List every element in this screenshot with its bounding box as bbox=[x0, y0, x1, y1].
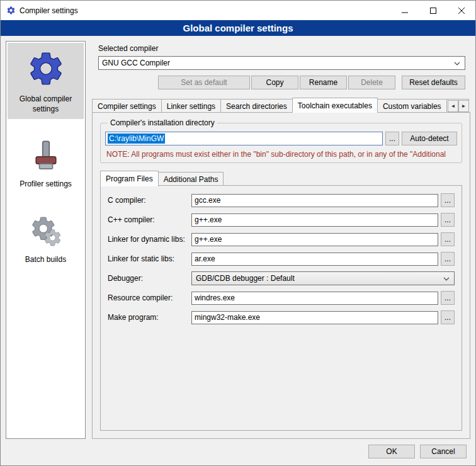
linker-static-browse-button[interactable]: ... bbox=[441, 252, 455, 266]
resource-compiler-label: Resource compiler: bbox=[108, 293, 191, 302]
linker-dynamic-browse-button[interactable]: ... bbox=[441, 232, 455, 246]
program-files-panel: C compiler: ... C++ compiler: ... Linker… bbox=[100, 185, 462, 431]
tab-toolchain-executables[interactable]: Toolchain executables bbox=[292, 98, 378, 113]
rename-button[interactable]: Rename bbox=[300, 76, 347, 89]
linker-static-label: Linker for static libs: bbox=[108, 254, 191, 263]
resource-compiler-browse-button[interactable]: ... bbox=[441, 291, 455, 305]
tab-compiler-settings[interactable]: Compiler settings bbox=[92, 99, 162, 113]
selected-compiler-dropdown[interactable]: GNU GCC Compiler bbox=[98, 56, 465, 70]
tab-custom-variables[interactable]: Custom variables bbox=[377, 99, 447, 113]
installation-directory-row: C:\raylib\MinGW ... Auto-detect bbox=[105, 132, 457, 145]
auto-detect-button[interactable]: Auto-detect bbox=[402, 132, 457, 145]
tab-scroll-left-icon[interactable]: ◄ bbox=[448, 100, 458, 112]
make-program-browse-button[interactable]: ... bbox=[441, 310, 455, 324]
caption-buttons bbox=[390, 1, 475, 20]
tab-program-files[interactable]: Program Files bbox=[100, 171, 159, 186]
sidebar-item-batch-builds[interactable]: Batch builds bbox=[8, 207, 84, 270]
sidebar-item-global-compiler-settings[interactable]: Global compiler settings bbox=[8, 43, 84, 119]
sidebar-item-label: Profiler settings bbox=[20, 179, 72, 190]
sidebar-item-profiler-settings[interactable]: Profiler settings bbox=[8, 132, 84, 195]
titlebar: Compiler settings bbox=[1, 1, 475, 20]
maximize-button[interactable] bbox=[419, 1, 447, 20]
field-row: Linker for static libs: ... bbox=[108, 252, 455, 266]
gray-gears-icon bbox=[28, 213, 64, 251]
debugger-value: GDB/CDB debugger : Default bbox=[196, 274, 443, 283]
tab-search-directories[interactable]: Search directories bbox=[220, 99, 293, 113]
linker-dynamic-label: Linker for dynamic libs: bbox=[108, 235, 191, 244]
c-compiler-label: C compiler: bbox=[108, 196, 191, 205]
sidebar: Global compiler settings Profiler settin… bbox=[6, 41, 86, 439]
set-as-default-button[interactable]: Set as default bbox=[158, 76, 250, 89]
sidebar-item-label: Batch builds bbox=[25, 255, 66, 265]
profiler-tool-icon bbox=[28, 138, 64, 175]
chevron-down-icon bbox=[454, 59, 460, 67]
field-row: C++ compiler: ... bbox=[108, 213, 455, 227]
minimize-button[interactable] bbox=[390, 1, 419, 20]
compiler-action-buttons: Set as default Copy Rename Delete Reset … bbox=[92, 76, 470, 89]
tab-scroll-right-icon[interactable]: ► bbox=[458, 100, 469, 112]
toolchain-executables-panel: Compiler's installation directory C:\ray… bbox=[92, 112, 470, 439]
cancel-button[interactable]: Cancel bbox=[420, 445, 467, 458]
field-row: Debugger: GDB/CDB debugger : Default bbox=[108, 271, 455, 285]
c-compiler-browse-button[interactable]: ... bbox=[441, 193, 455, 207]
selected-compiler-value: GNU GCC Compiler bbox=[102, 59, 454, 67]
cpp-compiler-browse-button[interactable]: ... bbox=[441, 213, 455, 227]
installation-directory-group-title: Compiler's installation directory bbox=[108, 118, 217, 127]
field-row: Make program: ... bbox=[108, 310, 455, 324]
linker-static-input[interactable] bbox=[191, 253, 438, 266]
installation-directory-selected-text: C:\raylib\MinGW bbox=[108, 134, 165, 144]
close-button[interactable] bbox=[447, 1, 475, 20]
tab-linker-settings[interactable]: Linker settings bbox=[161, 99, 221, 113]
field-row: C compiler: ... bbox=[108, 193, 455, 207]
debugger-label: Debugger: bbox=[108, 274, 191, 283]
banner-title: Global compiler settings bbox=[1, 20, 475, 36]
window-gear-icon bbox=[6, 6, 16, 15]
field-row: Resource compiler: ... bbox=[108, 291, 455, 305]
debugger-dropdown[interactable]: GDB/CDB debugger : Default bbox=[191, 271, 455, 285]
reset-defaults-button[interactable]: Reset defaults bbox=[402, 76, 465, 89]
cpp-compiler-input[interactable] bbox=[191, 213, 438, 227]
browse-directory-button[interactable]: ... bbox=[385, 132, 399, 145]
make-program-input[interactable] bbox=[191, 311, 438, 324]
resource-compiler-input[interactable] bbox=[191, 292, 438, 305]
compiler-settings-window: { "window": { "title": "Compiler setting… bbox=[0, 0, 476, 466]
chevron-down-icon bbox=[443, 274, 450, 283]
program-files-tabstrip: Program Files Additional Paths bbox=[100, 171, 462, 186]
dialog-footer: OK Cancel bbox=[1, 439, 475, 465]
copy-button[interactable]: Copy bbox=[251, 76, 298, 89]
installation-directory-group: Compiler's installation directory C:\ray… bbox=[100, 118, 462, 163]
window-title: Compiler settings bbox=[20, 6, 78, 15]
dialog-content: Global compiler settings Profiler settin… bbox=[1, 36, 475, 439]
installation-directory-input[interactable]: C:\raylib\MinGW bbox=[105, 132, 383, 145]
blue-gear-icon bbox=[26, 49, 65, 90]
cpp-compiler-label: C++ compiler: bbox=[108, 215, 191, 224]
sidebar-item-label: Global compiler settings bbox=[9, 94, 82, 114]
make-program-label: Make program: bbox=[108, 313, 191, 322]
c-compiler-input[interactable] bbox=[191, 194, 438, 207]
field-row: Linker for dynamic libs: ... bbox=[108, 232, 455, 246]
linker-dynamic-input[interactable] bbox=[191, 233, 438, 246]
tab-scroll-buttons: ◄ ► bbox=[448, 100, 469, 112]
selected-compiler-label: Selected compiler bbox=[98, 44, 470, 53]
ok-button[interactable]: OK bbox=[368, 445, 415, 458]
main-panel: Selected compiler GNU GCC Compiler Set a… bbox=[92, 41, 470, 439]
settings-tabstrip: Compiler settings Linker settings Search… bbox=[92, 98, 470, 113]
tab-additional-paths[interactable]: Additional Paths bbox=[158, 172, 224, 186]
delete-button[interactable]: Delete bbox=[348, 76, 395, 89]
bin-subdirectory-note: NOTE: All programs must exist either in … bbox=[106, 150, 456, 159]
